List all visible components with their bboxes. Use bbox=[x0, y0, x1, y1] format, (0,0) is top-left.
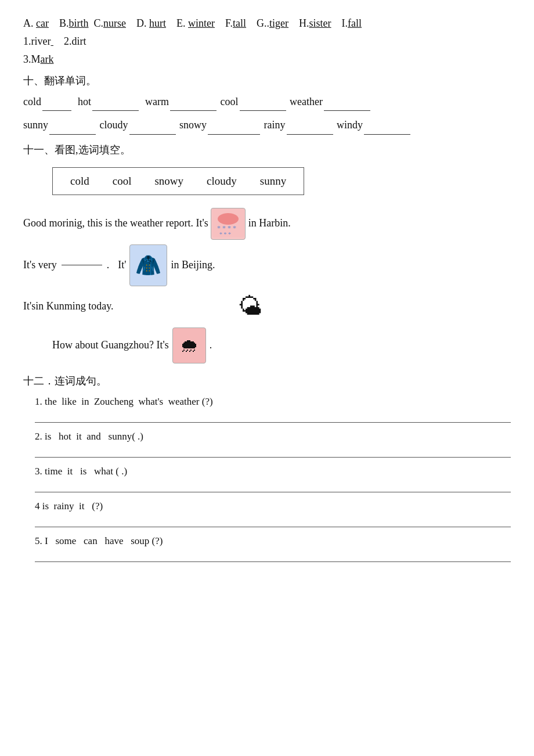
item2-words: is hot it and sunny( .) bbox=[45, 431, 143, 442]
ordering-item-4: 4 is rainy it (?) bbox=[35, 501, 511, 527]
item4-answer-line bbox=[35, 516, 511, 527]
snowy-svg: * * * * * * * bbox=[212, 208, 244, 237]
period2: . bbox=[210, 334, 212, 357]
section12-title: 十二．连词成句。 bbox=[23, 374, 511, 388]
item5-words: I some can have soup (?) bbox=[45, 535, 163, 546]
word-tall: tall bbox=[233, 17, 246, 29]
section10-title: 十、翻译单词。 bbox=[23, 74, 511, 88]
item2-num: 2. bbox=[35, 431, 42, 442]
word-sister: sister bbox=[309, 17, 331, 29]
header-line3: 3.Mark bbox=[23, 53, 511, 66]
item3-num: 3. bbox=[35, 466, 42, 477]
wbox-cool: cool bbox=[113, 175, 132, 188]
item1-num: 1. bbox=[35, 396, 42, 407]
word-hurt: hurt bbox=[149, 17, 166, 29]
wbox-cloudy: cloudy bbox=[207, 175, 237, 188]
sentence-guangzhou: How about Guangzhou? It's 🌧 . bbox=[23, 327, 511, 363]
header-line2: 1.river 2.dirt bbox=[23, 35, 511, 48]
wbox-cold: cold bbox=[70, 175, 89, 188]
word-birth: birth bbox=[69, 17, 89, 29]
word-car: car bbox=[36, 17, 49, 29]
section10-row2: sunny cloudy snowy rainy windy bbox=[23, 116, 511, 134]
wbox-sunny: sunny bbox=[260, 175, 286, 188]
it-apostrophe: It' bbox=[113, 254, 126, 277]
word-tiger: tiger bbox=[269, 17, 288, 29]
image-beijing-person: 🧥 bbox=[129, 244, 167, 286]
item1-words: the like in Zoucheng what's weather (?) bbox=[45, 396, 213, 407]
sentence-beijing: It's very . It' 🧥 in Beijing. bbox=[23, 244, 511, 286]
svg-text:* * *: * * * bbox=[219, 231, 231, 237]
period1: . bbox=[107, 254, 110, 277]
word-nurse: nurse bbox=[103, 17, 126, 29]
ordering-item-3: 3. time it is what ( .) bbox=[35, 466, 511, 492]
svg-point-1 bbox=[218, 213, 239, 225]
item3-words: time it is what ( .) bbox=[45, 466, 127, 477]
header-line1: A. car B.birth C.nurse D. hurt E. winter… bbox=[23, 17, 511, 30]
item4-num: 4 bbox=[35, 501, 40, 512]
word-mark: ark bbox=[41, 53, 54, 65]
item5-answer-line bbox=[35, 550, 511, 562]
item4-words: is rainy it (?) bbox=[42, 501, 103, 512]
section12: 十二．连词成句。 1. the like in Zoucheng what's … bbox=[23, 374, 511, 562]
section10-row1: cold hot warm cool weather bbox=[23, 92, 511, 111]
item3-answer-line bbox=[35, 481, 511, 492]
sentence-kunming: It'sin Kunming today. 🌤 bbox=[23, 291, 511, 323]
in-beijing: in Beijing. bbox=[171, 254, 215, 277]
item5-num: 5. bbox=[35, 535, 42, 546]
image-rainy: 🌧 bbox=[172, 327, 206, 363]
section11-title: 十一、看图,选词填空。 bbox=[23, 143, 511, 157]
word-fall: fall bbox=[348, 17, 362, 29]
word-winter: winter bbox=[188, 17, 215, 29]
item2-answer-line bbox=[35, 446, 511, 458]
ordering-item-2: 2. is hot it and sunny( .) bbox=[35, 431, 511, 458]
ordering-item-5: 5. I some can have soup (?) bbox=[35, 535, 511, 562]
image-snowy: * * * * * * * bbox=[211, 208, 246, 240]
wbox-snowy: snowy bbox=[154, 175, 183, 188]
word-box: cold cool snowy cloudy sunny bbox=[23, 161, 511, 203]
ordering-item-1: 1. the like in Zoucheng what's weather (… bbox=[35, 396, 511, 423]
its-very-text: It's very bbox=[23, 254, 57, 277]
how-about: How about Guangzhou? It's bbox=[52, 334, 169, 357]
its-in-kunming: It'sin Kunming today. bbox=[23, 295, 114, 318]
sentence-harbin: Good morinig, this is the weather report… bbox=[23, 208, 511, 240]
image-sunny-cloudy: 🌤 bbox=[224, 291, 276, 323]
item1-answer-line bbox=[35, 411, 511, 423]
